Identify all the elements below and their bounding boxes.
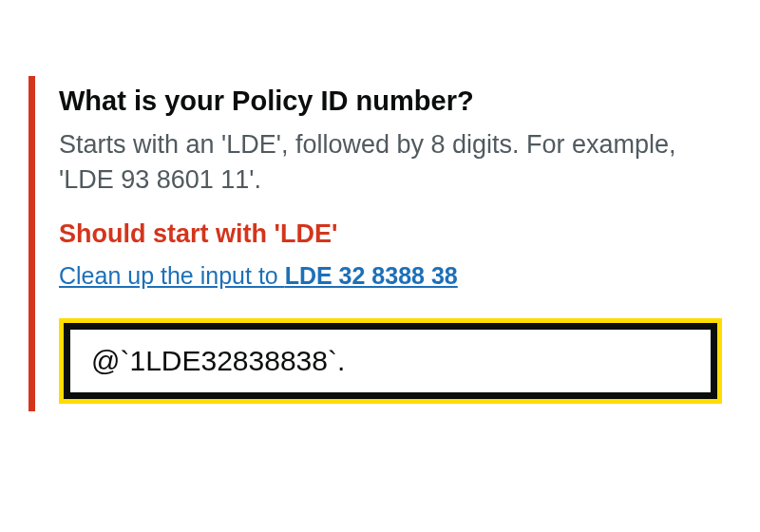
input-focus-ring — [59, 318, 722, 404]
policy-id-input[interactable] — [64, 323, 717, 399]
question-label: What is your Policy ID number? — [59, 84, 722, 118]
cleanup-suggestion-value: LDE 32 8388 38 — [285, 262, 458, 289]
form-group-error: What is your Policy ID number? Starts wi… — [28, 76, 722, 411]
hint-text: Starts with an 'LDE', followed by 8 digi… — [59, 127, 722, 197]
cleanup-prefix: Clean up the input to — [59, 262, 285, 289]
cleanup-suggestion-link[interactable]: Clean up the input to LDE 32 8388 38 — [59, 260, 458, 292]
error-message: Should start with 'LDE' — [59, 218, 722, 251]
